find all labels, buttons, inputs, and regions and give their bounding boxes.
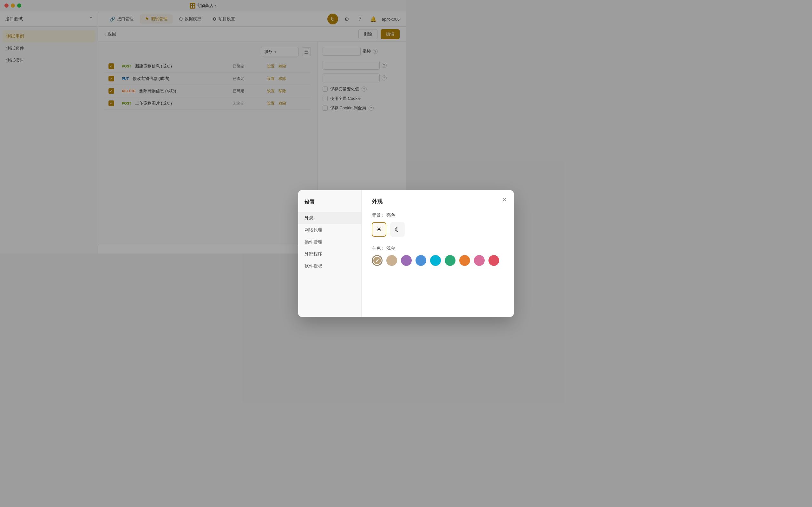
background-value: 亮色 [386, 213, 395, 218]
settings-modal: 设置 外观网络代理插件管理外部程序软件授权 ✕ 外观 背景： 亮色 ☀☾ 主色：… [298, 190, 406, 253]
theme-options: ☀☾ [372, 222, 406, 237]
modal-overlay[interactable]: 设置 外观网络代理插件管理外部程序软件授权 ✕ 外观 背景： 亮色 ☀☾ 主色：… [0, 0, 406, 253]
settings-content: ✕ 外观 背景： 亮色 ☀☾ 主色： 浅金 ✓ [362, 190, 406, 253]
settings-modal-title: 设置 [298, 196, 361, 212]
settings-section-title: 外观 [372, 198, 406, 205]
theme-btn-dark[interactable]: ☾ [390, 222, 405, 237]
settings-sidebar-item-external-apps[interactable]: 外部程序 [298, 248, 361, 253]
settings-sidebar-item-appearance[interactable]: 外观 [298, 212, 361, 224]
settings-sidebar: 设置 外观网络代理插件管理外部程序软件授权 [298, 190, 362, 253]
settings-sidebar-item-network-proxy[interactable]: 网络代理 [298, 224, 361, 236]
settings-sidebar-nav: 外观网络代理插件管理外部程序软件授权 [298, 212, 361, 253]
color-value: 浅金 [386, 245, 395, 250]
settings-sidebar-item-plugins[interactable]: 插件管理 [298, 236, 361, 248]
color-label: 主色： 浅金 [372, 245, 406, 251]
background-label: 背景： 亮色 [372, 213, 406, 218]
theme-btn-light[interactable]: ☀ [372, 222, 386, 237]
